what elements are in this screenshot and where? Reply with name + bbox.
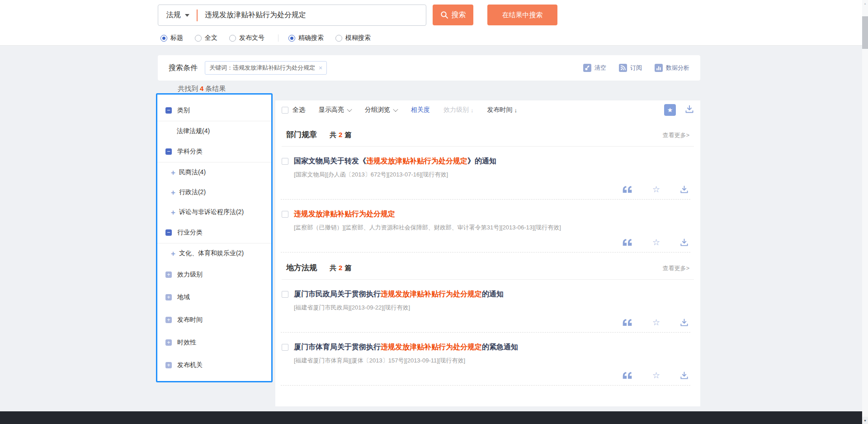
- sidebar-section-effect-level[interactable]: + 效力级别: [157, 263, 271, 286]
- sidebar-item-civil-law[interactable]: + 民商法(4): [157, 162, 271, 182]
- radio-title[interactable]: 标题: [160, 34, 183, 42]
- view-more-link[interactable]: 查看更多>: [662, 264, 689, 272]
- sidebar-section-issuing-authority[interactable]: + 发布机关: [157, 354, 271, 376]
- result-item: 厦门市民政局关于贯彻执行违规发放津贴补贴行为处分规定的通知 [福建省厦门市民政局…: [281, 280, 690, 333]
- group-view-dropdown[interactable]: 分组浏览: [365, 106, 397, 114]
- download-all-button[interactable]: [685, 105, 694, 115]
- result-title[interactable]: 违规发放津贴补贴行为处分规定: [294, 209, 690, 219]
- sort-relevance[interactable]: 相关度: [411, 106, 430, 114]
- favorite-all-button[interactable]: ★: [664, 104, 676, 116]
- sidebar-item-admin-law[interactable]: + 行政法(2): [157, 182, 271, 202]
- collapse-minus-icon[interactable]: −: [165, 148, 172, 155]
- favorite-button[interactable]: ☆: [652, 185, 660, 194]
- download-button[interactable]: [680, 185, 689, 194]
- result-count: 共找到4条结果: [178, 85, 226, 93]
- radio-exact-search[interactable]: 精确搜索: [288, 34, 324, 42]
- sidebar-section-subject[interactable]: − 学科分类: [157, 141, 271, 162]
- sidebar-section-category[interactable]: − 类别: [157, 100, 271, 121]
- group-count: 2: [339, 264, 342, 272]
- sidebar-section-industry[interactable]: − 行业分类: [157, 222, 271, 243]
- result-checkbox[interactable]: [282, 344, 288, 351]
- sidebar-item-laws[interactable]: 法律法规(4): [157, 121, 271, 141]
- favorite-button[interactable]: ☆: [652, 318, 660, 327]
- quote-icon: [623, 372, 632, 379]
- sort-effect-level[interactable]: 效力级别 ↓: [443, 106, 474, 114]
- sidebar-item-culture-sports[interactable]: + 文化、体育和娱乐业(2): [157, 243, 271, 263]
- highlighted-text: 违规发放津贴补贴行为处分规定: [381, 290, 482, 298]
- download-button[interactable]: [680, 371, 689, 380]
- tag-close-icon[interactable]: ×: [319, 65, 322, 71]
- expand-plus-icon[interactable]: +: [171, 169, 175, 176]
- clear-button[interactable]: 清空: [583, 64, 606, 72]
- highlighted-text: 违规发放津贴补贴行为处分规定: [366, 157, 467, 165]
- download-icon: [685, 105, 694, 114]
- expand-plus-icon[interactable]: +: [165, 362, 172, 368]
- sidebar-section-pub-date[interactable]: + 发布时间: [157, 309, 271, 331]
- sidebar-section-validity[interactable]: + 时效性: [157, 331, 271, 354]
- collapse-minus-icon[interactable]: −: [165, 107, 172, 114]
- cite-button[interactable]: [623, 372, 632, 379]
- result-checkbox[interactable]: [282, 158, 288, 165]
- clear-label: 清空: [594, 64, 606, 72]
- expand-plus-icon[interactable]: +: [171, 189, 175, 196]
- scroll-up-arrow-icon[interactable]: ▲: [862, 0, 868, 7]
- download-icon: [680, 371, 689, 380]
- cite-button[interactable]: [623, 186, 632, 193]
- magnifier-icon: [440, 11, 448, 19]
- radio-selected-icon: [288, 35, 295, 42]
- select-all-checkbox[interactable]: 全选: [282, 106, 305, 114]
- highlight-dropdown[interactable]: 显示高亮: [319, 106, 351, 114]
- favorite-button[interactable]: ☆: [652, 238, 660, 247]
- search-button[interactable]: 搜索: [433, 5, 473, 25]
- highlighted-text: 违规发放津贴补贴行为处分规定: [381, 343, 482, 351]
- favorite-button[interactable]: ☆: [652, 371, 660, 380]
- download-icon: [680, 318, 689, 327]
- download-icon: [680, 238, 689, 247]
- keyword-tag[interactable]: 关键词：违规发放津贴补贴行为处分规定 ×: [205, 61, 327, 75]
- caret-down-icon: [185, 14, 189, 17]
- data-analysis-button[interactable]: 数据分析: [655, 64, 689, 72]
- radio-fulltext[interactable]: 全文: [195, 34, 217, 42]
- quote-icon: [623, 319, 632, 326]
- expand-plus-icon[interactable]: +: [165, 272, 172, 278]
- sidebar-section-region[interactable]: + 地域: [157, 286, 271, 309]
- radio-doc-number[interactable]: 发布文号: [229, 34, 264, 42]
- result-item: 厦门市体育局关于贯彻执行违规发放津贴补贴行为处分规定的紧急通知 [福建省厦门市体…: [281, 333, 690, 386]
- group-header: 地方法规 共2篇 查看更多>: [282, 258, 694, 280]
- view-more-link[interactable]: 查看更多>: [662, 131, 689, 139]
- quote-icon: [623, 186, 632, 193]
- cite-button[interactable]: [623, 239, 632, 246]
- result-title[interactable]: 厦门市民政局关于贯彻执行违规发放津贴补贴行为处分规定的通知: [294, 289, 690, 300]
- expand-plus-icon[interactable]: +: [171, 250, 175, 257]
- chevron-down-icon: [393, 107, 398, 112]
- download-button[interactable]: [680, 238, 689, 247]
- download-button[interactable]: [680, 318, 689, 327]
- scroll-down-arrow-icon[interactable]: ▼: [862, 417, 868, 424]
- expand-plus-icon[interactable]: +: [171, 209, 175, 216]
- result-item: 国家文物局关于转发《违规发放津贴补贴行为处分规定》的通知 [国家文物局][办人函…: [281, 147, 690, 200]
- scrollbar-thumb[interactable]: [862, 16, 868, 49]
- checkbox-icon[interactable]: [282, 107, 288, 114]
- scrollbar[interactable]: ▲ ▼: [862, 0, 868, 424]
- search-input[interactable]: [204, 11, 426, 20]
- divider: [197, 10, 198, 21]
- arrow-down-icon: ↓: [471, 107, 474, 114]
- result-checkbox[interactable]: [282, 291, 288, 298]
- chevron-down-icon: [347, 107, 352, 112]
- result-title[interactable]: 厦门市体育局关于贯彻执行违规发放津贴补贴行为处分规定的紧急通知: [294, 342, 690, 353]
- sidebar-item-procedure-law[interactable]: + 诉讼与非诉讼程序法(2): [157, 202, 271, 222]
- result-count-number: 4: [200, 85, 203, 92]
- search-category-select[interactable]: 法规: [158, 10, 197, 20]
- subscribe-button[interactable]: 订阅: [619, 64, 642, 72]
- star-icon: ★: [667, 106, 673, 114]
- sort-pub-date[interactable]: 发布时间 ↓: [487, 106, 518, 114]
- expand-plus-icon[interactable]: +: [165, 294, 172, 300]
- search-in-results-button[interactable]: 在结果中搜索: [487, 5, 557, 25]
- cite-button[interactable]: [623, 319, 632, 326]
- expand-plus-icon[interactable]: +: [165, 317, 172, 323]
- result-title[interactable]: 国家文物局关于转发《违规发放津贴补贴行为处分规定》的通知: [294, 156, 690, 167]
- expand-plus-icon[interactable]: +: [165, 339, 172, 346]
- collapse-minus-icon[interactable]: −: [165, 229, 172, 236]
- radio-fuzzy-search[interactable]: 模糊搜索: [335, 34, 371, 42]
- result-checkbox[interactable]: [282, 211, 288, 218]
